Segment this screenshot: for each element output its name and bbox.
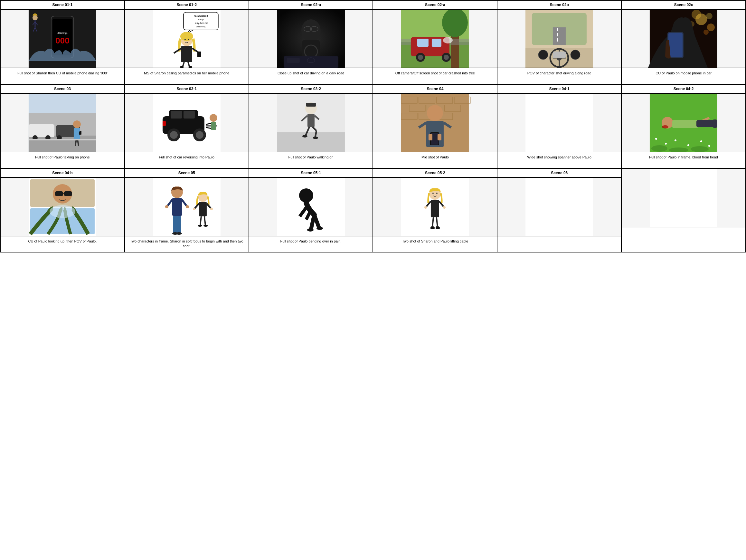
scene-03-1-header: Scene 03-1 [125,85,249,94]
scene-04-b-svg [1,178,124,236]
scene-empty-cell [622,168,746,252]
scene-02b-image [497,10,621,67]
svg-text:Paramedics!!: Paramedics!! [194,15,208,17]
scene-03-2-caption: Full shot of Paulo walking on [249,152,373,168]
svg-point-149 [665,143,667,145]
svg-rect-103 [163,121,166,126]
svg-rect-177 [177,216,181,233]
scene-02-a-1-header: Scene 02-a [249,1,373,10]
svg-rect-114 [306,103,316,107]
svg-text:000: 000 [55,36,69,46]
scene-empty-caption [622,227,745,243]
scene-04-b-image [1,178,124,236]
scene-04-1-cell: Scene 04-1 Wide shot showing spanner abo… [497,84,622,168]
svg-rect-47 [432,39,441,47]
svg-point-174 [165,205,168,208]
scene-03-image [1,94,124,152]
scene-05-1-image [249,178,373,236]
scene-04-2-svg [622,94,745,152]
scene-empty-image [622,169,745,227]
scene-02b-header: Scene 02b [497,1,621,10]
svg-point-148 [655,138,657,140]
scene-05-svg [125,178,249,236]
scene-04-header: Scene 04 [373,85,497,94]
svg-rect-22 [181,46,192,62]
scene-04-1-image [497,94,621,152]
scene-02-a-2-image [373,10,497,67]
scene-04-b-header: Scene 04-b [1,169,124,178]
scene-02c-image [622,10,745,67]
svg-rect-143 [525,94,593,152]
svg-point-200 [432,193,434,194]
svg-rect-80 [29,124,54,137]
svg-rect-202 [431,200,439,217]
svg-text:Hurry, he's not: Hurry, he's not [194,22,208,25]
scene-03-2-image [249,94,373,152]
scene-02-a-1-caption: Close up shot of car driving on a dark r… [249,67,373,84]
scene-03-svg [1,94,124,152]
scene-04-2-image [622,94,745,152]
svg-rect-112 [277,132,345,152]
scene-05-2-svg [373,178,497,236]
svg-point-185 [210,208,213,210]
svg-rect-76 [668,33,683,57]
scene-05-image [125,178,249,236]
scene-05-caption: Two characters in frame. Sharon in soft … [125,236,249,252]
scene-06-cell: Scene 06 [497,168,622,252]
svg-point-179 [176,232,182,235]
scene-05-2-caption: Two shot of Sharon and Paulo lifting cab… [373,236,497,252]
svg-point-201 [436,193,437,194]
svg-line-157 [663,123,672,124]
scene-06-caption [497,236,621,252]
scene-04-caption: Mid shot of Paulo [373,152,497,168]
svg-point-71 [704,30,709,35]
svg-rect-79 [29,136,96,152]
scene-04-2-caption: Full shot of Paulo in frame, blood from … [622,152,745,168]
row-1: Scene 01-1 (Dialling) 000 [0,0,746,84]
scene-02c-cell: Scene 02c [622,0,746,84]
svg-point-65 [571,50,580,60]
svg-point-196 [307,228,314,231]
scene-01-2-image: Paramedics!! Hurry! Hurry, he's not brea… [125,10,249,67]
svg-point-64 [538,50,548,60]
storyboard-table: Scene 01-1 (Dialling) 000 [0,0,746,252]
svg-point-152 [700,140,702,142]
svg-point-205 [424,206,427,209]
svg-rect-215 [525,178,593,236]
svg-rect-142 [437,134,441,140]
svg-rect-97 [171,111,182,118]
svg-rect-115 [308,114,315,127]
scene-04-b-caption: CU of Paulo looking up, then POV of Paul… [1,236,124,252]
svg-point-145 [651,145,667,152]
svg-point-206 [443,206,446,209]
svg-rect-159 [713,119,717,128]
svg-point-107 [209,114,217,122]
svg-rect-164 [55,191,63,196]
scene-02-a-1-image [249,10,373,67]
scene-02c-svg [622,10,745,67]
svg-rect-165 [64,191,72,196]
scene-06-svg [497,178,621,236]
svg-point-122 [313,137,318,139]
scene-01-1-header: Scene 01-1 [1,1,124,10]
scene-03-1-image [125,94,249,152]
scene-02-a-2-cell: Scene 02-a [373,0,497,84]
row-3: Scene 04-b [0,168,746,252]
svg-rect-46 [417,39,429,47]
scene-02c-caption: CU of Paulo on mobile phone in car [622,67,745,84]
svg-point-70 [707,24,715,31]
scene-02-a-2-caption: Off camera/Off screen shot of car crashe… [373,67,497,84]
svg-point-5 [32,15,38,20]
scene-05-header: Scene 05 [125,169,249,178]
scene-04-b-cell: Scene 04-b [0,168,124,252]
scene-01-1-cell: Scene 01-1 (Dialling) 000 [0,0,124,84]
scene-01-2-caption: MS of Sharon calling paramedics on her m… [125,67,249,84]
svg-point-72 [706,13,713,19]
svg-point-86 [73,120,81,128]
svg-rect-209 [430,227,435,229]
svg-point-51 [444,55,449,60]
svg-point-160 [662,125,668,129]
scene-02b-cell: Scene 02b [497,0,622,84]
svg-point-73 [692,10,701,19]
scene-empty-svg [622,169,745,227]
